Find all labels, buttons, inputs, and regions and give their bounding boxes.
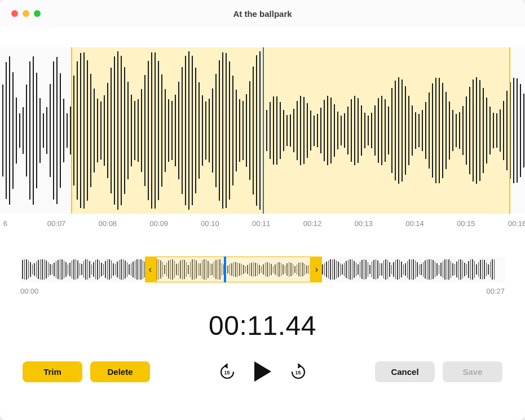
skip-back-15-button[interactable]: 15 xyxy=(219,364,235,379)
skip-back-amount: 15 xyxy=(224,370,230,375)
overview-end-time: 00:27 xyxy=(486,287,505,295)
bottom-toolbar: Trim Delete 15 xyxy=(0,360,525,409)
trim-button[interactable]: Trim xyxy=(23,361,82,382)
time-tick: 00:15 xyxy=(457,219,475,228)
overview-trim-handle-left[interactable]: ‹ xyxy=(145,257,156,282)
time-tick: 00:08 xyxy=(99,219,117,228)
time-tick: 00:09 xyxy=(149,219,168,228)
overview-playhead[interactable] xyxy=(224,257,226,282)
skip-forward-amount: 15 xyxy=(295,370,301,375)
chevron-right-icon: › xyxy=(315,264,318,275)
cancel-button[interactable]: Cancel xyxy=(375,361,435,382)
trim-handle-right[interactable] xyxy=(509,47,510,214)
time-tick: 00:16 xyxy=(508,219,525,228)
window-title: At the ballpark xyxy=(0,9,525,19)
close-button[interactable] xyxy=(11,10,18,17)
detail-time-ruler: 600:0700:0800:0900:1000:1100:1200:1300:1… xyxy=(0,219,525,237)
detail-waveform[interactable] xyxy=(0,47,525,214)
time-tick: 00:11 xyxy=(252,219,271,228)
skip-forward-15-button[interactable]: 15 xyxy=(290,364,306,379)
minimize-button[interactable] xyxy=(23,10,29,17)
time-tick: 00:10 xyxy=(201,219,219,228)
titlebar: At the ballpark xyxy=(0,0,525,27)
time-tick: 00:13 xyxy=(354,219,373,228)
delete-button[interactable]: Delete xyxy=(90,361,150,382)
time-tick: 6 xyxy=(3,219,7,228)
window-controls xyxy=(11,10,41,17)
chevron-left-icon: ‹ xyxy=(149,264,152,275)
overview-trim-handle-right[interactable]: › xyxy=(311,257,322,282)
play-button[interactable] xyxy=(253,360,272,383)
time-tick: 00:07 xyxy=(47,219,66,228)
voice-memo-edit-window: At the ballpark 600:0700:0800:0900:1000:… xyxy=(0,0,525,420)
overview-waveform[interactable]: ‹ › 00:00 00:27 xyxy=(20,257,505,295)
playhead[interactable] xyxy=(263,47,264,214)
fullscreen-button[interactable] xyxy=(34,10,41,17)
current-time: 00:11.44 xyxy=(0,310,525,341)
overview-start-time: 00:00 xyxy=(20,287,39,295)
time-tick: 00:12 xyxy=(303,219,322,228)
time-tick: 00:14 xyxy=(405,219,424,228)
trim-handle-left[interactable] xyxy=(71,47,72,214)
transport-controls: 15 15 xyxy=(219,360,306,383)
save-button: Save xyxy=(443,361,502,382)
